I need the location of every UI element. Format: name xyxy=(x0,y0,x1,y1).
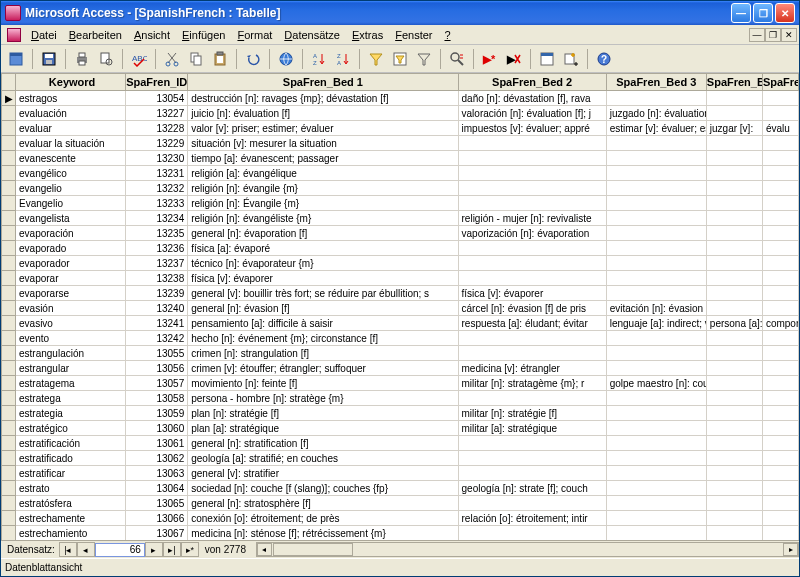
cell[interactable]: 13067 xyxy=(126,526,188,541)
cell[interactable] xyxy=(458,271,606,286)
horizontal-scrollbar[interactable]: ◂ ▸ xyxy=(256,542,799,557)
cell[interactable]: evaporarse xyxy=(16,286,126,301)
cell[interactable]: destrucción [n]: ravages {mp}; dévastati… xyxy=(188,91,458,106)
find-button[interactable] xyxy=(446,48,468,70)
cell[interactable] xyxy=(606,226,706,241)
row-selector[interactable] xyxy=(2,301,16,316)
select-all-corner[interactable] xyxy=(2,74,16,91)
cell[interactable] xyxy=(762,286,798,301)
cell[interactable] xyxy=(606,151,706,166)
cell[interactable] xyxy=(606,241,706,256)
cell[interactable] xyxy=(606,181,706,196)
table-row[interactable]: evaporar13238física [v]: évaporer xyxy=(2,271,799,286)
cell[interactable]: religión [a]: évangélique xyxy=(188,166,458,181)
row-selector[interactable] xyxy=(2,331,16,346)
cell[interactable] xyxy=(606,91,706,106)
cell[interactable] xyxy=(606,451,706,466)
cell[interactable] xyxy=(706,91,762,106)
cell[interactable] xyxy=(606,166,706,181)
print-button[interactable] xyxy=(71,48,93,70)
row-selector[interactable] xyxy=(2,436,16,451)
row-selector[interactable] xyxy=(2,136,16,151)
menu-item-datensätze[interactable]: Datensätze xyxy=(278,27,346,43)
cell[interactable]: 13234 xyxy=(126,211,188,226)
nav-first-button[interactable]: |◂ xyxy=(59,542,77,557)
cell[interactable]: evangélico xyxy=(16,166,126,181)
cell[interactable]: general [v]: stratifier xyxy=(188,466,458,481)
row-selector[interactable] xyxy=(2,151,16,166)
cell[interactable] xyxy=(706,481,762,496)
table-row[interactable]: estratósfera13065general [n]: stratosphè… xyxy=(2,496,799,511)
table-row[interactable]: evento13242hecho [n]: événement {m}; cir… xyxy=(2,331,799,346)
hyperlink-button[interactable] xyxy=(275,48,297,70)
cell[interactable] xyxy=(762,181,798,196)
cell[interactable] xyxy=(706,226,762,241)
column-header[interactable]: SpaFren_ID xyxy=(126,74,188,91)
cell[interactable]: 13057 xyxy=(126,376,188,391)
row-selector[interactable] xyxy=(2,271,16,286)
cell[interactable] xyxy=(458,241,606,256)
cell[interactable] xyxy=(762,256,798,271)
cell[interactable]: física [a]: évaporé xyxy=(188,241,458,256)
cell[interactable] xyxy=(606,436,706,451)
cell[interactable] xyxy=(606,526,706,541)
cell[interactable]: impuestos [v]: évaluer; appré xyxy=(458,121,606,136)
row-selector[interactable] xyxy=(2,346,16,361)
cell[interactable] xyxy=(706,211,762,226)
cell[interactable] xyxy=(606,286,706,301)
cell[interactable]: general [n]: stratosphère [f] xyxy=(188,496,458,511)
cell[interactable]: relación [o]: étroitement; intir xyxy=(458,511,606,526)
cell[interactable] xyxy=(762,511,798,526)
cell[interactable] xyxy=(706,271,762,286)
cell[interactable]: estratificar xyxy=(16,466,126,481)
column-header[interactable]: SpaFren_Bed 3 xyxy=(606,74,706,91)
cell[interactable]: 13236 xyxy=(126,241,188,256)
table-row[interactable]: evangelista13234religión [n]: évangélist… xyxy=(2,211,799,226)
cell[interactable] xyxy=(762,226,798,241)
cell[interactable] xyxy=(762,481,798,496)
cell[interactable]: estrechamiento xyxy=(16,526,126,541)
cell[interactable]: 13059 xyxy=(126,406,188,421)
paste-button[interactable] xyxy=(209,48,231,70)
cell[interactable]: 13065 xyxy=(126,496,188,511)
table-row[interactable]: estratégico13060plan [a]: stratégiquemil… xyxy=(2,421,799,436)
filter-selection-button[interactable] xyxy=(365,48,387,70)
cell[interactable]: 13242 xyxy=(126,331,188,346)
table-row[interactable]: evangélico13231religión [a]: évangélique xyxy=(2,166,799,181)
cell[interactable] xyxy=(706,496,762,511)
database-window-button[interactable] xyxy=(536,48,558,70)
table-row[interactable]: evaporarse13239general [v]: bouillir trè… xyxy=(2,286,799,301)
cell[interactable]: evento xyxy=(16,331,126,346)
cell[interactable]: evanescente xyxy=(16,151,126,166)
cell[interactable] xyxy=(706,391,762,406)
row-selector[interactable] xyxy=(2,481,16,496)
datasheet[interactable]: KeywordSpaFren_IDSpaFren_Bed 1SpaFren_Be… xyxy=(1,73,799,540)
new-object-button[interactable] xyxy=(560,48,582,70)
cell[interactable]: persona - hombre [n]: stratège {m} xyxy=(188,391,458,406)
cell[interactable]: Evangelio xyxy=(16,196,126,211)
cell[interactable] xyxy=(762,376,798,391)
cell[interactable] xyxy=(706,286,762,301)
row-selector[interactable] xyxy=(2,166,16,181)
cell[interactable] xyxy=(762,526,798,541)
cell[interactable] xyxy=(762,466,798,481)
cell[interactable]: física [v]: évaporer xyxy=(458,286,606,301)
cell[interactable]: évalu xyxy=(762,121,798,136)
cell[interactable] xyxy=(706,436,762,451)
cell[interactable] xyxy=(458,436,606,451)
cut-button[interactable] xyxy=(161,48,183,70)
minimize-button[interactable]: ― xyxy=(731,3,751,23)
cell[interactable] xyxy=(706,331,762,346)
toggle-filter-button[interactable] xyxy=(413,48,435,70)
copy-button[interactable] xyxy=(185,48,207,70)
cell[interactable]: plan [a]: stratégique xyxy=(188,421,458,436)
table-row[interactable]: evaluar la situación13229situación [v]: … xyxy=(2,136,799,151)
row-selector[interactable] xyxy=(2,121,16,136)
table-row[interactable]: evasión13240general [n]: évasion [f]cárc… xyxy=(2,301,799,316)
menu-item-extras[interactable]: Extras xyxy=(346,27,389,43)
mdi-restore-button[interactable]: ❐ xyxy=(765,28,781,42)
nav-new-button[interactable]: ▸* xyxy=(181,542,199,557)
cell[interactable] xyxy=(762,211,798,226)
menu-item-fenster[interactable]: Fenster xyxy=(389,27,438,43)
cell[interactable]: general [v]: bouillir très fort; se rédu… xyxy=(188,286,458,301)
